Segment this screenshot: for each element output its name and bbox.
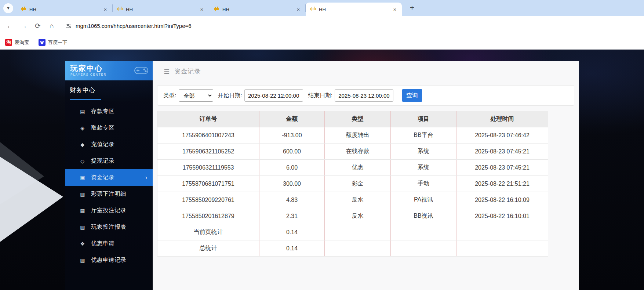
sidebar-item-withdraw[interactable]: ◈取款专区› — [65, 120, 153, 136]
table-row: 1755870681071751300.00彩金手动2025-08-22 21:… — [157, 176, 548, 192]
table-cell: 手动 — [391, 176, 456, 192]
start-date-input[interactable] — [244, 89, 303, 102]
sidebar-item-promo-record[interactable]: ▨优惠申请记录› — [65, 252, 153, 268]
sidebar-item-recharge-record[interactable]: ◆充值记录› — [65, 136, 153, 153]
table-row: 17559063211195536.00优惠系统2025-08-23 07:45… — [157, 160, 548, 176]
table-header-cell: 金额 — [259, 111, 325, 127]
gamepad-icon — [134, 65, 149, 77]
table-cell: 1755850201612879 — [157, 208, 259, 224]
table-cell: 额度转出 — [325, 127, 391, 144]
back-icon[interactable]: ← — [3, 22, 17, 30]
table-cell — [391, 240, 456, 257]
new-tab-button[interactable]: + — [407, 3, 417, 13]
sidebar-item-label: 优惠申请 — [91, 240, 114, 247]
withdrawal-record-icon: ◇ — [79, 158, 86, 164]
start-date-label: 开始日期: — [218, 92, 242, 99]
forward-icon[interactable]: → — [17, 22, 31, 30]
bookmark-baidu[interactable]: 百度一下 — [39, 39, 67, 46]
page-background: 玩家中心 PLAYERS CENTER 财务中心 ▤存款专区›◈取款专区›◆充值… — [0, 50, 644, 290]
sidebar-item-lottery-bet-detail[interactable]: ▥彩票下注明细› — [65, 186, 153, 202]
end-date-input[interactable] — [335, 89, 393, 102]
site-favicon — [214, 6, 219, 13]
table-cell — [325, 240, 391, 257]
table-cell: 当前页统计 — [157, 224, 259, 240]
table-cell: 2025-08-23 07:45:21 — [456, 160, 548, 176]
hamburger-icon[interactable]: ☰ — [164, 68, 170, 76]
browser-toolbar: ← → ⟳ ⌂ mgm1065.com/hhcp/usercenter.html… — [0, 16, 644, 36]
deposit-icon: ▤ — [79, 109, 86, 115]
withdraw-icon: ◈ — [79, 125, 86, 131]
table-cell: 600.00 — [259, 144, 325, 160]
sidebar-menu: ▤存款专区›◈取款专区›◆充值记录›◇提现记录›▣资金记录›▥彩票下注明细›▦厅… — [65, 100, 153, 268]
browser-tab[interactable]: HH× — [113, 3, 209, 16]
type-select[interactable]: 全部 — [179, 89, 213, 102]
table-cell: BB视讯 — [391, 208, 456, 224]
table-cell: 2025-08-22 16:10:09 — [456, 192, 548, 208]
sidebar-item-label: 取款专区 — [91, 124, 114, 132]
table-cell: 彩金 — [325, 176, 391, 192]
table-cell: 1755906321105252 — [157, 144, 259, 160]
tab-title: HH — [319, 7, 389, 12]
sidebar-item-label: 优惠申请记录 — [91, 256, 126, 264]
finance-center-section: 财务中心 — [65, 80, 153, 100]
tab-title: HH — [29, 7, 99, 12]
table-header-cell: 处理时间 — [456, 111, 548, 127]
tab-close-icon[interactable]: × — [392, 6, 398, 13]
table-cell: 0.14 — [259, 240, 325, 257]
sidebar-item-withdrawal-record[interactable]: ◇提现记录› — [65, 153, 153, 169]
tab-search-button[interactable]: ▾ — [3, 3, 13, 13]
sidebar-item-player-bet-report[interactable]: ▧玩家投注报表› — [65, 219, 153, 235]
tab-title: HH — [222, 7, 292, 12]
recharge-record-icon: ◆ — [79, 142, 86, 148]
page-title: 资金记录 — [174, 67, 201, 76]
tab-title: HH — [126, 7, 196, 12]
table-row: 17558502092207614.83反水PA视讯2025-08-22 16:… — [157, 192, 548, 208]
browser-tab[interactable]: HH× — [16, 3, 112, 16]
finance-center-label: 财务中心 — [70, 86, 148, 94]
table-header-cell: 订单号 — [157, 111, 259, 127]
baidu-paw-icon — [39, 39, 46, 46]
address-bar[interactable]: mgm1065.com/hhcp/usercenter.html?iniType… — [76, 23, 192, 29]
promo-apply-icon: ❖ — [79, 241, 86, 247]
table-header-cell: 项目 — [391, 111, 456, 127]
funds-table: 订单号金额类型项目处理时间 1755906401007243-913.00额度转… — [157, 111, 548, 257]
funds-table-wrap: 订单号金额类型项目处理时间 1755906401007243-913.00额度转… — [157, 111, 574, 257]
search-button[interactable]: 查询 — [402, 89, 422, 102]
browser-tab[interactable]: HH× — [209, 3, 305, 16]
table-row: 17558502016128792.31反水BB视讯2025-08-22 16:… — [157, 208, 548, 224]
browser-tab[interactable]: HH× — [306, 3, 402, 16]
table-cell: 优惠 — [325, 160, 391, 176]
table-cell: 1755906401007243 — [157, 127, 259, 144]
table-cell: 反水 — [325, 208, 391, 224]
sidebar-item-promo-apply[interactable]: ❖优惠申请› — [65, 235, 153, 252]
site-favicon — [117, 6, 123, 13]
tab-close-icon[interactable]: × — [102, 6, 109, 13]
chevron-right-icon: › — [145, 174, 148, 181]
site-info-icon[interactable] — [65, 23, 72, 29]
table-header-cell: 类型 — [325, 111, 391, 127]
table-row: 1755906401007243-913.00额度转出BB平台2025-08-2… — [157, 127, 548, 144]
tab-close-icon[interactable]: × — [295, 6, 302, 13]
sidebar-item-label: 存款专区 — [91, 108, 114, 115]
home-icon[interactable]: ⌂ — [45, 22, 59, 30]
sidebar-item-deposit[interactable]: ▤存款专区› — [65, 103, 153, 120]
sidebar-item-hall-bet-record[interactable]: ▦厅室投注记录› — [65, 202, 153, 219]
table-cell — [456, 224, 548, 240]
tab-close-icon[interactable]: × — [199, 6, 205, 13]
site-favicon — [310, 6, 316, 13]
player-bet-report-icon: ▧ — [79, 224, 86, 230]
table-cell: 2025-08-23 07:46:42 — [456, 127, 548, 144]
table-cell: 系统 — [391, 144, 456, 160]
sidebar-item-funds-record[interactable]: ▣资金记录› — [65, 169, 153, 186]
table-row: 总统计0.14 — [157, 240, 548, 257]
bookmarks-bar: 淘 爱淘宝 百度一下 — [0, 36, 644, 50]
table-cell: 300.00 — [259, 176, 325, 192]
reload-icon[interactable]: ⟳ — [31, 22, 45, 30]
table-cell: 系统 — [391, 160, 456, 176]
table-cell: -913.00 — [259, 127, 325, 144]
sidebar-item-label: 充值记录 — [91, 141, 114, 148]
table-cell: 1755870681071751 — [157, 176, 259, 192]
main-header: ☰ 资金记录 — [153, 61, 579, 81]
bookmark-label: 百度一下 — [48, 39, 67, 46]
bookmark-taobao[interactable]: 淘 爱淘宝 — [5, 39, 29, 46]
